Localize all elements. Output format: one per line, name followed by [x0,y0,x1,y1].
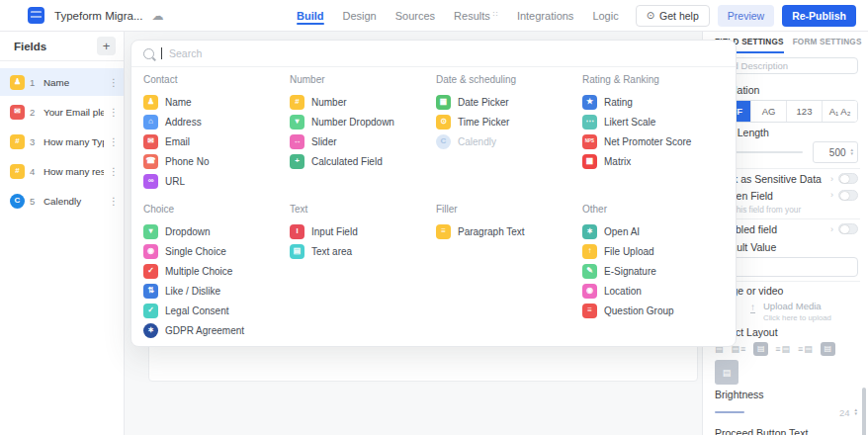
image-icon: ▤ [723,368,732,378]
hidden-field-toggle[interactable] [838,190,858,201]
sensitive-data-toggle[interactable] [838,173,858,184]
thumbs-icon: ⇅ [143,284,158,299]
scrollbar-thumb[interactable] [862,388,866,435]
nav-tab-design[interactable]: Design [343,0,377,32]
email-icon: ✉ [10,105,25,120]
picker-item-number[interactable]: #Number [290,92,436,112]
kebab-menu-icon[interactable]: ⋮ [109,107,119,118]
question-group-icon: ≡ [582,304,597,318]
picker-item-matrix[interactable]: ▦Matrix [582,151,729,171]
field-label: Name [43,77,104,88]
picker-category-rating-ranking: Rating & Ranking★Rating⋯Likert ScaleNPSN… [582,74,729,191]
picker-item-file-upload[interactable]: ↑File Upload [582,241,729,261]
picker-item-legal-consent[interactable]: ✓Legal Consent [143,301,290,320]
picker-item-address[interactable]: ⌂Address [143,112,290,131]
field-row-how-many-respons[interactable]: #4How many respons...⋮ [0,157,124,185]
max-length-input[interactable]: 500 ▲▼ [813,141,858,163]
picker-item-calendly: CCalendly [436,131,582,151]
form-title[interactable]: Typeform Migra... [54,10,142,22]
picker-item-label: Input Field [311,226,358,237]
picker-item-label: Time Picker [458,117,509,128]
field-label: How many Typefor... [43,136,104,147]
header-actions: ⊙ Get help Preview Re-Publish [636,5,856,27]
preview-button[interactable]: Preview [718,5,774,27]
field-row-calendly[interactable]: C5Calendly⋮ [0,187,124,215]
nav-tab-logic[interactable]: Logic [592,0,618,32]
layout-image-right-icon[interactable]: ▤ [821,342,835,356]
settings-tab-form-settings[interactable]: FORM SETTINGS [793,38,862,53]
upload-title: Upload Media [763,301,831,311]
nav-tab-integrations[interactable]: Integrations [517,0,573,32]
validation-option-ag[interactable]: AG [750,101,786,122]
picker-item-e-signature[interactable]: ✎E-Signature [582,261,729,281]
field-number: 3 [30,136,39,147]
picker-item-single-choice[interactable]: ◉Single Choice [143,241,290,261]
picker-item-paragraph-text[interactable]: ≡Paragraph Text [436,221,582,241]
layout-text-left-icon[interactable]: ≡▤ [775,344,791,354]
picker-item-date-picker[interactable]: ▦Date Picker [436,92,582,112]
picker-item-text-area[interactable]: ▤Text area [290,241,436,261]
picker-item-open-ai[interactable]: ∗Open AI [582,221,729,241]
nav-tab-sources[interactable]: Sources [395,0,435,32]
stepper-icon[interactable]: ▲▼ [850,148,854,157]
picker-item-input-field[interactable]: IInput Field [290,221,436,241]
layout-image-top-icon[interactable]: ▤ [753,342,768,356]
nav-tab-results[interactable]: Results∷ [454,0,498,32]
picker-item-label: Text area [311,246,352,257]
field-row-your-email-please[interactable]: ✉2Your Email please, ...⋮ [0,98,124,126]
field-picker-dropdown: Contact♟Name⌂Address✉Email☎Phone No∞URLN… [130,40,737,347]
get-help-button[interactable]: ⊙ Get help [636,5,710,27]
app-logo-icon [28,7,44,24]
picker-item-label: Multiple Choice [165,266,232,277]
picker-item-time-picker[interactable]: ⊙Time Picker [436,112,582,131]
picker-item-location[interactable]: ◉Location [582,281,729,301]
picker-item-multiple-choice[interactable]: ✓Multiple Choice [143,261,290,281]
layout-text-right-icon[interactable]: ≡▤ [798,344,814,354]
picker-item-phone-no[interactable]: ☎Phone No [143,151,290,171]
picker-item-dropdown[interactable]: ▾Dropdown [143,221,290,241]
picker-item-label: Question Group [604,305,674,316]
nav-tab-build[interactable]: Build [297,0,324,32]
add-field-button[interactable]: + [97,37,116,55]
picker-item-url[interactable]: ∞URL [143,171,290,191]
picker-item-like-dislike[interactable]: ⇅Like / Dislike [143,281,290,301]
clock-icon: ⊙ [436,115,451,130]
kebab-menu-icon[interactable]: ⋮ [109,196,119,207]
field-number: 2 [30,107,39,118]
picker-item-name[interactable]: ♟Name [143,92,290,112]
validation-option-a-a[interactable]: A₁ A₂ [822,101,857,122]
republish-button[interactable]: Re-Publish [782,5,856,27]
proceed-button-text-label: Proceed Button Text [715,427,858,435]
upload-icon: ↑ [750,303,755,313]
field-row-how-many-typefor[interactable]: #3How many Typefor...⋮ [0,128,124,155]
picker-item-net-promoter-score[interactable]: NPSNet Promoter Score [582,131,729,151]
picker-item-likert-scale[interactable]: ⋯Likert Scale [582,112,729,131]
category-title: Number [290,74,436,87]
field-row-name[interactable]: ♟1Name⋮ [0,68,124,96]
dropdown-icon: ▾ [143,224,158,239]
picker-item-rating[interactable]: ★Rating [582,92,729,112]
picker-category-contact: Contact♟Name⌂Address✉Email☎Phone No∞URL [143,74,290,191]
field-number: 1 [30,77,39,88]
kebab-menu-icon[interactable]: ⋮ [109,77,119,88]
kebab-menu-icon[interactable]: ⋮ [109,166,119,177]
picker-category-number: Number#Number▾Number Dropdown↔Slider+Cal… [290,74,436,191]
brightness-slider[interactable] [715,411,744,413]
picker-category-choice: Choice▾Dropdown◉Single Choice✓Multiple C… [143,204,290,340]
layout-preview[interactable]: ▤ [715,360,738,385]
search-input[interactable] [169,47,724,59]
disabled-field-toggle[interactable] [838,223,858,234]
app-window: FIELD SETTINGSFORM SETTINGSLOGIC Validat… [0,0,868,435]
kebab-menu-icon[interactable]: ⋮ [109,136,119,147]
picker-item-email[interactable]: ✉Email [143,131,290,151]
picker-item-number-dropdown[interactable]: ▾Number Dropdown [290,112,436,131]
picker-item-question-group[interactable]: ≡Question Group [582,301,729,320]
calendly-icon: C [436,134,451,149]
stepper-icon[interactable]: ▲▼ [854,408,858,417]
picker-item-calculated-field[interactable]: +Calculated Field [290,151,436,171]
picker-item-slider[interactable]: ↔Slider [290,131,436,151]
picker-item-gdpr-agreement[interactable]: ∗GDPR Agreement [143,320,290,340]
validation-option-123[interactable]: 123 [786,101,822,122]
picker-item-label: Number Dropdown [311,117,394,128]
brightness-row: 24 ▲▼ [715,405,858,419]
